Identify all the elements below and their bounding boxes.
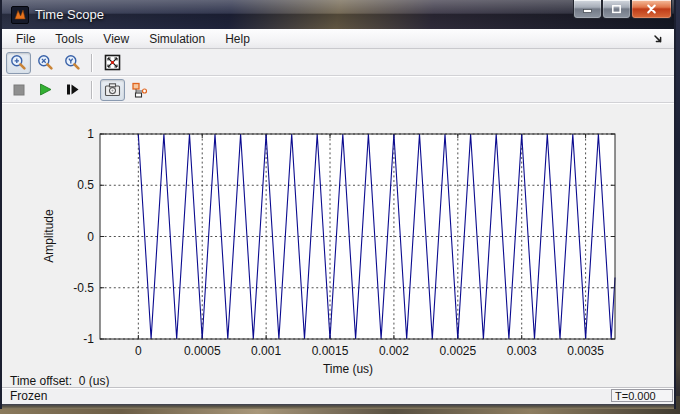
minimize-button[interactable]: [573, 0, 602, 19]
svg-text:-0.5: -0.5: [73, 281, 94, 295]
svg-text:1: 1: [87, 127, 94, 141]
fit-to-view-button[interactable]: [100, 52, 125, 74]
menu-bar: File Tools View Simulation Help: [2, 29, 674, 49]
scope-plot[interactable]: 00.00050.0010.00150.0020.00250.0030.0035…: [8, 104, 676, 376]
close-icon: [646, 4, 657, 14]
minimize-icon: [582, 4, 593, 14]
camera-icon: [104, 82, 121, 97]
menu-tools[interactable]: Tools: [45, 30, 93, 48]
snapshot-button[interactable]: [100, 79, 125, 101]
highlight-simulink-block-button[interactable]: [127, 79, 152, 101]
simulink-block-icon: [131, 82, 149, 98]
simulation-toolbar: [2, 77, 674, 103]
svg-text:0.002: 0.002: [379, 344, 409, 358]
svg-text:0: 0: [135, 344, 142, 358]
y-axis-label: Amplitude: [42, 209, 56, 262]
maximize-button[interactable]: [602, 0, 631, 19]
svg-text:0.0035: 0.0035: [567, 344, 604, 358]
window-title: Time Scope: [35, 7, 104, 22]
matlab-scope-icon: [11, 6, 29, 24]
menu-view[interactable]: View: [93, 30, 139, 48]
x-axis-label: Time (us): [323, 362, 373, 376]
dock-arrow-icon[interactable]: [652, 33, 664, 45]
step-forward-icon: [65, 82, 80, 97]
time-offset-value: 0 (us): [79, 374, 110, 388]
zoom-y-icon: [64, 54, 81, 71]
menu-file[interactable]: File: [6, 30, 45, 48]
step-forward-button[interactable]: [60, 79, 85, 101]
time-offset-label: Time offset:: [10, 374, 72, 388]
simulation-time-badge: T=0.000: [611, 389, 673, 402]
zoom-in-button[interactable]: [6, 52, 31, 74]
svg-text:0.5: 0.5: [77, 178, 94, 192]
svg-text:0: 0: [87, 230, 94, 244]
window-bottom-border: [2, 404, 674, 409]
maximize-icon: [611, 4, 622, 14]
svg-text:0.0005: 0.0005: [184, 344, 221, 358]
zoom-in-icon: [10, 54, 27, 71]
svg-text:-1: -1: [83, 332, 94, 346]
toolbar-separator: [91, 54, 92, 72]
zoom-toolbar: [2, 50, 674, 76]
svg-text:0.003: 0.003: [507, 344, 537, 358]
status-message: Frozen: [10, 389, 47, 403]
stop-icon: [12, 83, 26, 97]
svg-text:0.001: 0.001: [251, 344, 281, 358]
svg-text:0.0015: 0.0015: [312, 344, 349, 358]
menu-simulation[interactable]: Simulation: [139, 30, 215, 48]
zoom-x-icon: [37, 54, 54, 71]
play-button[interactable]: [33, 79, 58, 101]
status-bar: Frozen T=0.000: [2, 387, 674, 404]
time-scope-window: Time Scope File Tools View Simulation He…: [0, 0, 676, 409]
time-offset-row: Time offset: 0 (us): [10, 374, 109, 388]
zoom-x-button[interactable]: [33, 52, 58, 74]
close-button[interactable]: [631, 0, 672, 19]
play-icon: [38, 82, 53, 97]
svg-text:0.0025: 0.0025: [439, 344, 476, 358]
zoom-y-button[interactable]: [60, 52, 85, 74]
stop-button[interactable]: [6, 79, 31, 101]
menu-help[interactable]: Help: [215, 30, 260, 48]
fit-to-view-icon: [104, 54, 121, 71]
toolbar-separator: [91, 81, 92, 99]
scope-display: 00.00050.0010.00150.0020.00250.0030.0035…: [2, 104, 674, 387]
title-bar[interactable]: Time Scope: [2, 0, 674, 29]
